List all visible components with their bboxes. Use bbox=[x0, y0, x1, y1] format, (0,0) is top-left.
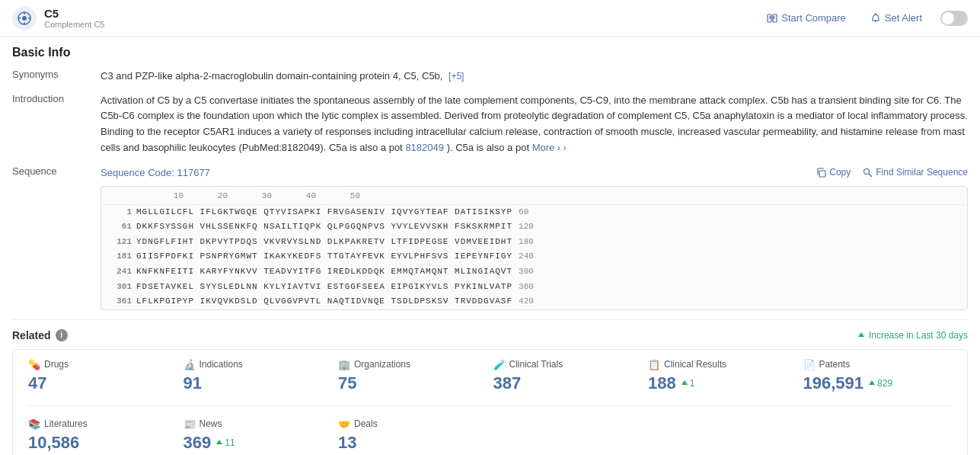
basic-info-section: Basic Info Synonyms C3 and PZP-like alph… bbox=[12, 46, 968, 310]
seq-row-num: 301 bbox=[104, 280, 136, 294]
related-item-label: News bbox=[200, 418, 222, 429]
related-item-header: 📄 Patents bbox=[803, 359, 953, 370]
related-item-count: 91 bbox=[184, 373, 333, 393]
seq-row-end: 300 bbox=[519, 265, 534, 279]
related-item-label: Drugs bbox=[44, 359, 69, 370]
seq-row-data: YDNGFLFIHT DKPVYTPDQS VKVRVYSLND DLKPAKR… bbox=[136, 236, 512, 249]
related-item-icon: 📰 bbox=[184, 418, 196, 430]
seq-row-num: 361 bbox=[104, 295, 136, 309]
related-item-icon: 🤝 bbox=[338, 418, 350, 430]
main-content: Basic Info Synonyms C3 and PZP-like alph… bbox=[0, 37, 980, 455]
sequence-header: Sequence Code: 117677 Copy bbox=[101, 165, 968, 181]
related-item-header: 📚 Literatures bbox=[28, 418, 177, 430]
sequence-value: Sequence Code: 117677 Copy bbox=[101, 165, 968, 310]
seq-row-end: 360 bbox=[519, 280, 534, 294]
related-item-header: 💊 Drugs bbox=[28, 359, 177, 370]
related-item-icon: 🔬 bbox=[184, 359, 196, 370]
find-similar-label: Find Similar Sequence bbox=[876, 167, 968, 178]
intro-suffix: ). C5a is also a pot bbox=[447, 142, 529, 153]
seq-row-data: KNFKNFEITI KARYFYNKVV TEADVYITFG IREDLKD… bbox=[136, 265, 512, 279]
related-item-count: 47 bbox=[28, 373, 177, 393]
related-info-icon[interactable]: i bbox=[56, 329, 68, 341]
seq-row-end: 240 bbox=[519, 250, 534, 264]
increase-label: Increase in Last 30 days bbox=[869, 330, 968, 341]
sequence-actions: Copy Find Similar Sequence bbox=[816, 167, 968, 178]
related-item-count: 196,591 829 bbox=[803, 373, 953, 393]
synonyms-value: C3 and PZP-like alpha-2-macroglobulin do… bbox=[101, 69, 968, 84]
copy-button[interactable]: Copy bbox=[816, 167, 851, 178]
synonyms-more-link[interactable]: [+5] bbox=[449, 71, 464, 82]
header: C5 Complement C5 Start Compare Set Ale bbox=[0, 0, 980, 37]
related-title-text: Related bbox=[12, 329, 51, 341]
find-similar-button[interactable]: Find Similar Sequence bbox=[863, 167, 968, 178]
set-alert-label: Set Alert bbox=[885, 12, 922, 24]
entity-info: C5 Complement C5 bbox=[44, 7, 104, 29]
seq-row-end: 60 bbox=[519, 206, 528, 219]
basic-info-title: Basic Info bbox=[12, 46, 968, 59]
copy-icon bbox=[816, 168, 826, 178]
related-item-icon: 📚 bbox=[28, 418, 40, 430]
svg-point-15 bbox=[864, 168, 870, 174]
count-badge: 1 bbox=[681, 378, 695, 389]
seq-row-num: 121 bbox=[104, 236, 136, 249]
related-item-icon: 🏢 bbox=[338, 359, 350, 370]
seq-row-num: 181 bbox=[104, 250, 136, 264]
sequence-data-row: 61DKKFSYSSGH VHLSSENKFQ NSAILTIQPK QLPGG… bbox=[101, 219, 967, 235]
header-right: Start Compare Set Alert bbox=[761, 9, 968, 27]
related-header: Related i Increase in Last 30 days bbox=[12, 329, 968, 341]
svg-rect-14 bbox=[819, 171, 825, 177]
seq-row-data: MGLLGILCFL IFLGKTWGQE QTYVISAPKI FRVGASE… bbox=[136, 206, 512, 219]
related-item[interactable]: 📄 Patents 196,591 829 bbox=[803, 359, 953, 393]
related-item-icon: 📋 bbox=[648, 359, 660, 370]
seq-row-end: 420 bbox=[519, 295, 534, 309]
related-item[interactable]: 🧪 Clinical Trials 387 bbox=[493, 359, 643, 393]
related-item-count: 10,586 bbox=[28, 433, 177, 453]
pubmed-link[interactable]: 8182049 bbox=[405, 142, 444, 153]
seq-row-end: 120 bbox=[519, 220, 534, 234]
related-row-divider bbox=[28, 405, 952, 406]
start-compare-button[interactable]: Start Compare bbox=[761, 9, 852, 27]
sequence-box[interactable]: 10 20 30 40 50 1MGLLGILCFL IFLGKTWGQE QT… bbox=[101, 186, 968, 310]
chevron-icon: › bbox=[563, 143, 567, 153]
find-similar-icon bbox=[863, 168, 873, 178]
seq-row-data: DKKFSYSSGH VHLSSENKFQ NSAILTIQPK QLPGGQN… bbox=[136, 220, 512, 234]
related-title: Related i bbox=[12, 329, 68, 341]
related-item-label: Literatures bbox=[44, 418, 88, 429]
related-item-header: 🔬 Indications bbox=[184, 359, 333, 370]
related-item-header: 🧪 Clinical Trials bbox=[493, 359, 643, 370]
related-item-count: 75 bbox=[338, 373, 487, 393]
sequence-data-row: 121YDNGFLFIHT DKPVYTPDQS VKVRVYSLND DLKP… bbox=[101, 235, 967, 250]
related-item-header: 📰 News bbox=[184, 418, 333, 430]
seq-row-num: 1 bbox=[104, 206, 136, 219]
alert-icon bbox=[870, 13, 881, 24]
svg-line-16 bbox=[869, 174, 872, 177]
sequence-row: Sequence Sequence Code: 117677 Copy bbox=[12, 165, 968, 310]
related-item-count: 387 bbox=[493, 373, 643, 393]
start-compare-label: Start Compare bbox=[781, 12, 846, 24]
related-row-1: 💊 Drugs 47 🔬 Indications 91 🏢 Organizati… bbox=[28, 359, 952, 393]
related-item-label: Deals bbox=[354, 418, 378, 429]
more-link[interactable]: More › bbox=[532, 142, 561, 153]
related-item-header: 📋 Clinical Results bbox=[648, 359, 797, 370]
related-item[interactable]: 📋 Clinical Results 188 1 bbox=[648, 359, 797, 393]
related-item[interactable]: 🤝 Deals 13 bbox=[338, 418, 487, 453]
related-item[interactable]: 📚 Literatures 10,586 bbox=[28, 418, 177, 453]
related-item[interactable]: 🏢 Organizations 75 bbox=[338, 359, 487, 393]
alert-toggle[interactable] bbox=[940, 11, 968, 26]
related-item[interactable]: 🔬 Indications 91 bbox=[184, 359, 333, 393]
related-item-count: 188 1 bbox=[648, 373, 797, 393]
sequence-data-row: 301FDSETAVKEL SYYSLEDLNN KYLYIAVTVI ESTG… bbox=[101, 280, 967, 295]
related-item[interactable]: 💊 Drugs 47 bbox=[28, 359, 177, 393]
introduction-label: Introduction bbox=[12, 93, 88, 104]
compare-icon bbox=[767, 13, 777, 24]
related-item-label: Clinical Trials bbox=[509, 359, 563, 370]
related-item-label: Patents bbox=[819, 359, 851, 370]
set-alert-button[interactable]: Set Alert bbox=[864, 9, 928, 27]
seq-row-num: 241 bbox=[104, 265, 136, 279]
related-item-label: Indications bbox=[200, 359, 243, 370]
related-item[interactable]: 📰 News 369 11 bbox=[184, 418, 333, 453]
header-left: C5 Complement C5 bbox=[12, 6, 104, 30]
sequence-code-link[interactable]: Sequence Code: 117677 bbox=[101, 165, 210, 181]
svg-point-1 bbox=[22, 16, 27, 21]
related-item-icon: 📄 bbox=[803, 359, 816, 370]
